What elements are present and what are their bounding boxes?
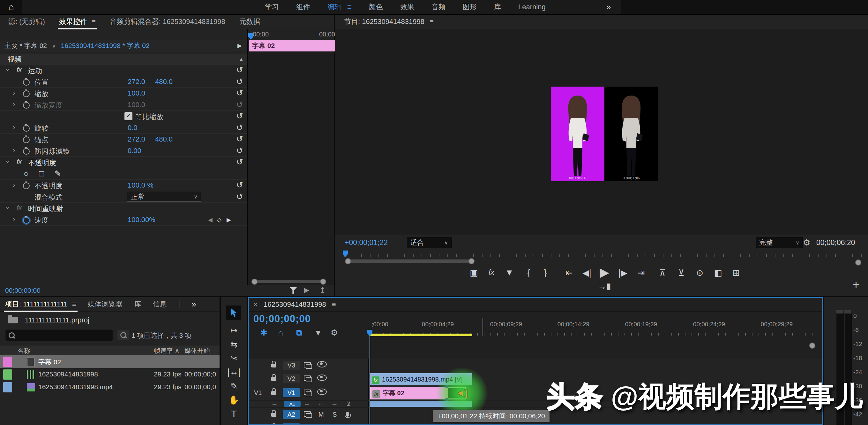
go-to-out-icon[interactable]: ⇥ <box>634 268 648 278</box>
project-tab-3[interactable]: 信息 <box>153 300 167 309</box>
project-tab-2[interactable]: 库 <box>134 300 142 309</box>
button-editor-icon[interactable]: ⊞ <box>729 268 743 278</box>
param-value[interactable]: 100.0 % <box>128 181 154 190</box>
timeline-clip-v1-selected[interactable]: fx字幕 02 <box>370 387 447 399</box>
mute-button[interactable]: ·· <box>318 400 323 408</box>
twirl-open-icon[interactable]: › <box>3 69 12 71</box>
reset-param-icon[interactable]: ↺ <box>236 88 243 98</box>
toggle-track-visibility-eye-icon[interactable] <box>317 374 327 383</box>
menu-item-效果[interactable]: 效果 <box>400 2 414 12</box>
stopwatch-icon[interactable] <box>23 79 30 86</box>
menu-item-Learning[interactable]: Learning <box>518 3 546 11</box>
mic-record-icon[interactable]: ⊻ <box>347 400 351 407</box>
reset-param-icon[interactable]: ↺ <box>236 123 243 133</box>
pen-tool[interactable]: ✎ <box>221 381 247 392</box>
menu-item-颜色[interactable]: 颜色 <box>369 2 383 12</box>
reset-param-icon[interactable]: ↺ <box>236 111 243 121</box>
project-item-row[interactable]: 字幕 02 <box>0 355 220 368</box>
program-playhead-timecode[interactable]: +00;00;01;22 <box>345 238 388 247</box>
add-marker-icon[interactable]: ▼ <box>314 328 322 338</box>
track-target-button[interactable]: A1 <box>284 401 301 407</box>
insert-overwrite-icon[interactable]: →▮ <box>597 281 612 291</box>
timeline-playhead-timecode[interactable]: 00;00;00;00 <box>253 313 311 325</box>
fx-icon[interactable]: fx <box>485 268 498 277</box>
reset-param-icon[interactable]: ↺ <box>236 180 243 190</box>
settings-overlay-icon[interactable]: ▣ <box>467 268 481 278</box>
play-icon[interactable]: ▶ <box>597 265 612 279</box>
param-value[interactable]: 480.0 <box>155 78 173 86</box>
mute-button[interactable]: M <box>318 411 324 418</box>
ripple-edit-tool[interactable]: ⇆ <box>221 339 247 349</box>
tab-3[interactable]: 元数据 <box>239 17 260 27</box>
track-target-button[interactable]: V2 <box>283 374 300 383</box>
track-target-button[interactable]: V1 <box>283 388 300 397</box>
param-value[interactable]: 100.0 <box>128 101 145 109</box>
param-value[interactable]: 272.0 <box>128 78 145 86</box>
label-color-chip[interactable] <box>3 357 12 367</box>
scroll-handle-right[interactable] <box>468 258 474 264</box>
trim-out-cursor-icon[interactable]: ◄] <box>456 388 467 398</box>
chevron-down-icon[interactable]: ∨ <box>52 43 56 49</box>
reset-param-icon[interactable]: ↺ <box>236 65 243 75</box>
twirl-icon[interactable]: › <box>13 146 15 155</box>
uniform-scale-checkbox[interactable] <box>124 112 132 120</box>
mini-timeline-ruler[interactable]: 00;00 00;00 <box>248 29 334 40</box>
stopwatch-icon[interactable] <box>23 125 30 132</box>
expand-arrow-icon[interactable]: ▶ <box>238 42 242 49</box>
program-scrollbar[interactable] <box>346 259 473 263</box>
lock-icon[interactable] <box>271 374 276 383</box>
project-item-row[interactable]: 1625309414831998.mp429.23 fps00;00;00;0 <box>0 381 220 394</box>
twirl-icon[interactable]: › <box>13 89 15 97</box>
column-header-2[interactable]: 媒体开始 <box>184 346 210 355</box>
timeline-settings-icon[interactable]: ⚙ <box>331 328 338 338</box>
mark-in-icon[interactable]: { <box>522 268 536 278</box>
add-keyframe-icon[interactable]: ◇ <box>217 216 221 223</box>
prev-keyframe-icon[interactable]: ◀ <box>208 216 213 223</box>
go-to-in-icon[interactable]: ⇤ <box>562 268 576 278</box>
toggle-track-visibility-eye-icon[interactable] <box>317 361 327 369</box>
project-tab-0[interactable]: 项目: 1111111111111≡ <box>5 300 76 309</box>
rect-mask-icon[interactable]: □ <box>39 169 44 179</box>
stopwatch-icon[interactable] <box>23 182 30 189</box>
project-tab-1[interactable]: 媒体浏览器 <box>88 300 123 309</box>
lock-icon[interactable] <box>271 361 276 369</box>
razor-tool[interactable]: ✂ <box>221 353 247 364</box>
step-forward-icon[interactable]: |▶ <box>616 268 630 278</box>
track-sync-icon[interactable] <box>304 424 311 425</box>
search-bin-icon[interactable] <box>118 330 129 340</box>
linked-selection-icon[interactable]: ⧉ <box>296 328 302 338</box>
work-area-bar[interactable] <box>370 334 472 336</box>
track-sync-icon[interactable]: – <box>305 400 309 408</box>
track-target-button[interactable]: A3 <box>283 423 300 425</box>
stopwatch-icon[interactable] <box>23 137 30 143</box>
panel-menu-icon[interactable]: ≡ <box>332 301 336 309</box>
zoom-level-select[interactable]: 适合 ∨ <box>407 237 452 248</box>
param-value[interactable]: 100.0 <box>128 89 145 97</box>
reset-param-icon[interactable]: ↺ <box>236 157 243 167</box>
type-tool[interactable]: T <box>221 408 247 419</box>
track-select-forward-tool[interactable]: ↦ <box>221 325 247 336</box>
export-icon[interactable]: ↥ <box>319 285 326 295</box>
settings-wrench-icon[interactable]: ⚙ <box>803 238 810 248</box>
folder-up-icon[interactable] <box>8 317 18 323</box>
lift-icon[interactable]: ⊼ <box>655 268 670 278</box>
add-marker-icon[interactable]: ▼ <box>502 268 516 278</box>
extract-icon[interactable]: ⊻ <box>674 268 688 278</box>
tab-0[interactable]: 源: (无剪辑) <box>8 17 45 27</box>
pen-mask-icon[interactable]: ✎ <box>54 169 61 179</box>
project-item-row[interactable]: 162530941483199829.23 fps00;00;00;0 <box>0 368 220 381</box>
mark-out-icon[interactable]: } <box>538 268 552 278</box>
menu-item-学习[interactable]: 学习 <box>265 2 279 12</box>
track-sync-icon[interactable] <box>304 389 311 397</box>
lock-icon[interactable]: – <box>273 400 276 408</box>
lock-icon[interactable] <box>271 410 276 419</box>
nest-toggle-icon[interactable]: ✱ <box>260 328 268 338</box>
mini-clip-bar[interactable]: 字幕 02 <box>249 40 336 52</box>
video-section-header[interactable]: 视频 ▲ <box>0 54 255 65</box>
track-sync-icon[interactable] <box>304 374 311 383</box>
twirl-open-icon[interactable]: › <box>3 161 12 163</box>
menu-item-图形[interactable]: 图形 <box>463 2 477 12</box>
menu-item-编辑[interactable]: 编辑 <box>328 2 341 12</box>
ellipse-mask-icon[interactable]: ○ <box>24 169 29 179</box>
blend-mode-select[interactable]: 正常∨ <box>127 192 201 202</box>
